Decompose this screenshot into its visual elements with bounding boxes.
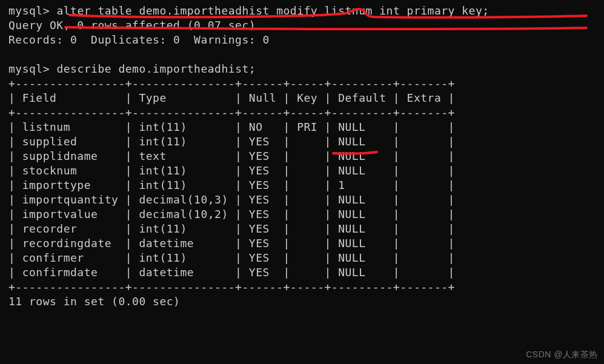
result-line-2: Records: 0 Duplicates: 0 Warnings: 0 — [8, 33, 270, 46]
watermark: CSDN @人来茶热 — [526, 347, 598, 362]
sql-command-1: alter table demo.importheadhist modify l… — [56, 4, 489, 17]
result-line-1: Query OK, 0 rows affected (0.07 sec) — [8, 19, 256, 31]
table-border-bottom: +----------------+---------------+------… — [8, 280, 455, 293]
terminal-output[interactable]: mysql> alter table demo.importheadhist m… — [0, 0, 604, 313]
table-body: | listnum | int(11) | NO | PRI | NULL | … — [8, 121, 455, 279]
mysql-prompt-1: mysql> — [8, 4, 50, 17]
sql-command-2: describe demo.importheadhist; — [56, 62, 256, 75]
mysql-prompt-2: mysql> — [8, 62, 50, 75]
table-border-top: +----------------+---------------+------… — [8, 77, 455, 90]
table-border-mid: +----------------+---------------+------… — [8, 106, 455, 119]
rows-footer: 11 rows in set (0.00 sec) — [8, 295, 180, 308]
table-header-row: | Field | Type | Null | Key | Default | … — [8, 91, 455, 104]
